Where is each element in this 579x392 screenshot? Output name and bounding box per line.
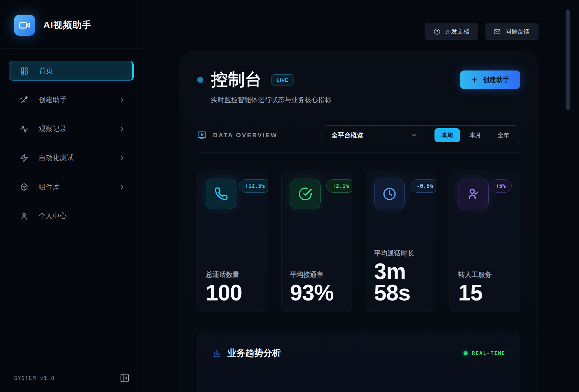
realtime-dot xyxy=(464,351,468,355)
delta-badge: -0.5% xyxy=(411,179,436,193)
stat-value: 100 xyxy=(206,282,259,304)
platform-select[interactable]: 全平台概览 xyxy=(331,131,418,140)
filter-group: 全平台概览 本周 本月 全年 xyxy=(322,125,520,145)
dev-docs-button[interactable]: 开发文档 xyxy=(425,23,478,40)
sidebar-item-label: 首页 xyxy=(39,66,53,76)
platform-select-value: 全平台概览 xyxy=(331,131,363,140)
trend-title: 业务趋势分析 xyxy=(227,347,281,359)
sidebar-item-create-assistant[interactable]: 创建助手 xyxy=(9,90,134,110)
sidebar-nav: 首页 创建助手 xyxy=(0,49,143,364)
stat-label: 转人工服务 xyxy=(458,270,512,279)
delta-badge: +12.5% xyxy=(239,179,268,193)
delta-badge: +2.1% xyxy=(326,179,352,193)
main-content: 开发文档 问题反馈 控制台 LIVE xyxy=(143,0,579,392)
stat-value: 93% xyxy=(290,282,344,304)
feedback-button[interactable]: 问题反馈 xyxy=(485,23,538,40)
stat-label: 平均接通率 xyxy=(290,270,344,279)
sidebar-item-component-library[interactable]: 组件库 xyxy=(9,177,134,197)
sidebar-item-automated-testing[interactable]: 自动化测试 xyxy=(9,148,134,168)
video-camera-icon xyxy=(19,19,30,31)
sidebar-item-label: 自动化测试 xyxy=(39,153,74,163)
section-label: DATA OVERVIEW xyxy=(213,132,278,139)
app-title: AI视频助手 xyxy=(43,19,92,32)
panel-collapse-icon xyxy=(120,373,130,383)
create-assistant-label: 创建助手 xyxy=(483,75,509,84)
status-dot xyxy=(197,77,203,83)
chevron-down-icon xyxy=(411,132,418,138)
sidebar: AI视频助手 首页 创建助手 xyxy=(0,0,143,392)
bar-chart-icon xyxy=(212,348,222,359)
stat-card-answer-rate: +2.1% 平均接通率 93% xyxy=(281,170,352,312)
console-subtitle: 实时监控智能体运行状态与业务核心指标 xyxy=(211,95,520,104)
sidebar-collapse-button[interactable] xyxy=(120,373,130,383)
sidebar-item-label: 创建助手 xyxy=(39,95,67,105)
sidebar-item-personal-center[interactable]: 个人中心 xyxy=(9,206,134,226)
dev-docs-label: 开发文档 xyxy=(445,27,469,36)
page-title: 控制台 xyxy=(211,69,262,91)
sidebar-item-home[interactable]: 首页 xyxy=(9,61,134,81)
sidebar-item-observation-log[interactable]: 观察记录 xyxy=(9,119,134,139)
chevron-right-icon xyxy=(119,184,125,190)
lightning-icon xyxy=(20,154,28,162)
tab-this-week[interactable]: 本周 xyxy=(434,128,460,142)
create-assistant-button[interactable]: 创建助手 xyxy=(460,70,520,89)
realtime-label: REAL-TIME xyxy=(472,350,505,356)
cube-icon xyxy=(20,183,28,191)
user-icon xyxy=(20,212,28,220)
console-header: 控制台 LIVE 创建助手 xyxy=(197,69,520,91)
stat-value: 15 xyxy=(458,282,512,304)
delta-badge: +5% xyxy=(490,179,512,193)
help-circle-icon xyxy=(434,28,441,35)
app-window: AI视频助手 首页 创建助手 xyxy=(0,0,579,392)
chevron-right-icon xyxy=(119,126,125,132)
topbar: 开发文档 问题反馈 xyxy=(143,0,579,51)
magic-wand-icon xyxy=(20,96,28,104)
divider xyxy=(426,130,426,141)
phone-icon xyxy=(206,179,236,209)
stat-label: 平均通话时长 xyxy=(374,249,428,258)
clock-icon xyxy=(374,179,405,209)
sidebar-item-label: 组件库 xyxy=(39,182,60,192)
stat-card-avg-duration: -0.5% 平均通话时长 3m 58s xyxy=(366,170,436,312)
mail-icon xyxy=(494,28,501,35)
tab-this-month[interactable]: 本月 xyxy=(463,128,488,142)
stat-card-total-calls: +12.5% 总通话数量 100 xyxy=(197,170,268,312)
chevron-right-icon xyxy=(119,155,125,161)
stat-label: 总通话数量 xyxy=(206,270,259,279)
stat-value: 3m xyxy=(374,261,428,282)
feedback-label: 问题反馈 xyxy=(505,27,530,36)
time-range-tabs: 本周 本月 全年 xyxy=(434,128,516,142)
sidebar-footer: SYSTEM v1.0 xyxy=(0,364,143,392)
system-version: SYSTEM v1.0 xyxy=(14,375,55,381)
dashboard-icon xyxy=(20,67,29,75)
sidebar-item-label: 个人中心 xyxy=(39,211,67,221)
sidebar-item-label: 观察记录 xyxy=(39,124,67,134)
trend-analysis-card: 业务趋势分析 REAL-TIME xyxy=(197,331,520,392)
app-logo xyxy=(14,15,35,36)
check-circle-icon xyxy=(290,179,321,209)
console-panel: 控制台 LIVE 创建助手 实时监控智能体运行状态与业务核心指标 xyxy=(180,51,538,392)
plus-icon xyxy=(471,76,478,84)
logo-row: AI视频助手 xyxy=(0,0,143,49)
stat-cards: +12.5% 总通话数量 100 xyxy=(197,170,520,312)
tab-this-year[interactable]: 全年 xyxy=(491,128,516,142)
stat-card-human-transfer: +5% 转人工服务 15 xyxy=(449,170,520,312)
divider xyxy=(197,152,520,152)
chevron-right-icon xyxy=(119,97,125,103)
data-overview-row: DATA OVERVIEW 全平台概览 本周 本月 全年 xyxy=(197,125,520,145)
live-badge: LIVE xyxy=(271,74,293,85)
user-check-icon xyxy=(458,179,489,209)
monitor-play-icon xyxy=(197,130,207,140)
scrollbar-thumb[interactable] xyxy=(566,10,570,110)
stat-value-line2: 58s xyxy=(374,282,428,304)
activity-icon xyxy=(20,125,28,133)
